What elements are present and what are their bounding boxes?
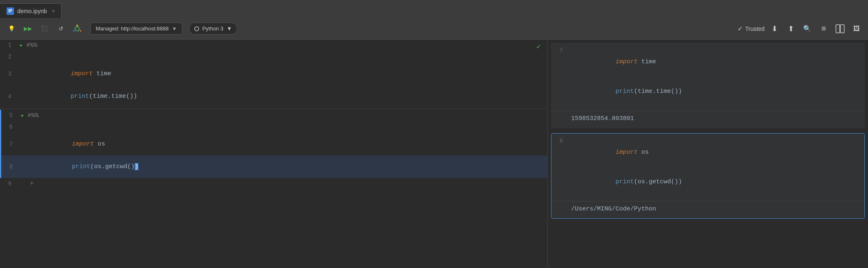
cell-2: 5 ▶ #%% 6 7 import os (0, 110, 547, 178)
output-cell-8-result-block: /Users/MING/Code/Python (551, 201, 864, 218)
download-output-button[interactable]: ⬆ (784, 22, 797, 35)
split-view-button[interactable] (834, 22, 847, 35)
print-func-1: print (71, 93, 89, 100)
print-f: print (615, 88, 634, 95)
download-input-icon: ⬇ (772, 24, 778, 33)
line-3: 3 import time (0, 62, 547, 85)
output-cell-7-line-2: print(time.time()) (571, 77, 859, 106)
split-view-icon (836, 24, 845, 33)
line-4: 4 print(time.time()) (0, 85, 547, 108)
run-cell-2-button[interactable]: ▶ (18, 113, 28, 118)
output-cell-7-line-1: import time (571, 47, 859, 77)
output-cell-7-result-block: 1598532854.803801 (551, 111, 864, 128)
line-9: 9 + (0, 178, 547, 189)
kernel-dropdown[interactable]: Managed: http://localhost:8888 ▼ (90, 23, 182, 35)
line-num-9: 9 (0, 180, 16, 187)
output-cell-8-code: import os print(os.getcwd()) (566, 134, 864, 201)
editor-panel[interactable]: ✓ 1 ▶ #%% 2 3 import (0, 39, 548, 268)
line-num-3: 3 (0, 71, 16, 77)
svg-point-2 (80, 30, 81, 32)
python-arrow: ▼ (227, 25, 232, 32)
print-func-2: print (72, 163, 90, 170)
output-cell-num-7: 7 (551, 43, 566, 111)
bulb-button[interactable]: 💡 (5, 22, 18, 35)
svg-point-1 (76, 25, 78, 26)
import-keyword-1: import (71, 70, 93, 77)
line-num-7: 7 (1, 141, 18, 148)
stop-button[interactable]: ⬛ (38, 22, 51, 35)
run-all-icon: ▶▶ (24, 25, 32, 32)
paren-open: ( (90, 163, 94, 170)
line-num-2: 2 (0, 53, 16, 60)
bulb-icon: 💡 (8, 25, 15, 32)
kernel-status-circle (194, 26, 199, 31)
stop-icon: ⬛ (41, 25, 48, 32)
output-cell-7-code: import time print(time.time()) (566, 43, 864, 111)
download-input-button[interactable]: ⬇ (768, 22, 781, 35)
trusted-checkmark: ✓ (737, 25, 743, 32)
restart-icon: ↺ (59, 25, 63, 32)
trusted-label: Trusted (745, 25, 765, 32)
run-all-button[interactable]: ▶▶ (21, 22, 34, 35)
output-cell-num-8: 8 (551, 134, 566, 201)
output-cell-7: 7 import time print(time.time()) 1598532… (551, 43, 865, 128)
import-keyword-2: import (72, 141, 94, 148)
svg-rect-4 (836, 25, 840, 33)
cursor: ) (135, 163, 138, 170)
svg-point-3 (73, 30, 75, 32)
search-icon: 🔍 (803, 25, 811, 32)
line-num-1: 1 (0, 42, 16, 49)
line-8[interactable]: 8 print(os.getcwd()) (1, 155, 547, 178)
code-line-3: import time (26, 62, 111, 85)
code-line-8: print(os.getcwd()) (28, 155, 138, 178)
line-num-8: 8 (1, 164, 18, 170)
line-num-6: 6 (1, 124, 18, 130)
code-line-5: #%% (28, 111, 39, 120)
menu-icon: ≡ (821, 24, 826, 33)
output-cell-7-code-row: 7 import time print(time.time()) (551, 43, 864, 111)
kernel-arrow: ▼ (172, 26, 177, 32)
toolbar: 💡 ▶▶ ⬛ ↺ Managed: http://localhost:8888 … (0, 18, 868, 39)
print-f-2: print (615, 178, 634, 185)
code-line-7: import os (28, 133, 105, 155)
output-cell-8-result: /Users/MING/Code/Python (571, 204, 859, 216)
jupyter-button[interactable] (71, 22, 84, 35)
code-line-1: #%% (26, 41, 37, 50)
svg-point-0 (75, 27, 79, 31)
module-os: os (94, 141, 105, 148)
code-area: ✓ 1 ▶ #%% 2 3 import (0, 39, 547, 189)
jupyter-icon (72, 24, 82, 34)
python-dropdown[interactable]: Python 3 ▼ (189, 23, 237, 35)
line-5: 5 ▶ #%% (1, 110, 547, 121)
cell-1: ✓ 1 ▶ #%% 2 3 import (0, 39, 547, 108)
export-icon: 🖼 (853, 25, 860, 32)
output-cell-8: 8 import os print(os.getcwd()) /Users/MI… (551, 133, 865, 219)
output-cell-7-result: 1598532854.803801 (571, 113, 859, 125)
line-6: 6 (1, 121, 547, 133)
code-line-4: print(time.time()) (26, 85, 137, 108)
tab-bar: IP demo.ipynb × (0, 0, 868, 18)
import-kw: import (615, 58, 638, 65)
tab-filename: demo.ipynb (17, 8, 47, 14)
export-button[interactable]: 🖼 (850, 22, 863, 35)
module-time: time (93, 70, 111, 77)
cell-divider-1 (0, 109, 547, 109)
menu-button[interactable]: ≡ (817, 22, 830, 35)
line-7: 7 import os (1, 133, 547, 155)
import-kw-2: import (615, 149, 638, 156)
restart-button[interactable]: ↺ (54, 22, 67, 35)
tab-close-button[interactable]: × (52, 8, 55, 14)
notebook-tab[interactable]: IP demo.ipynb × (0, 3, 62, 18)
search-button[interactable]: 🔍 (801, 22, 814, 35)
line-num-4: 4 (0, 93, 16, 100)
time-call: (time.time()) (89, 93, 137, 100)
tab-icon: IP (7, 7, 14, 15)
python-label: Python 3 (202, 25, 223, 32)
kernel-label: Managed: http://localhost:8888 (96, 25, 169, 32)
svg-rect-5 (840, 25, 844, 33)
run-cell-1-button[interactable]: ▶ (16, 43, 26, 48)
download-output-icon: ⬆ (788, 24, 794, 33)
line-num-5: 5 (1, 112, 18, 119)
trusted-area: ✓ Trusted (737, 25, 765, 32)
add-cell-button[interactable]: + (26, 180, 34, 188)
